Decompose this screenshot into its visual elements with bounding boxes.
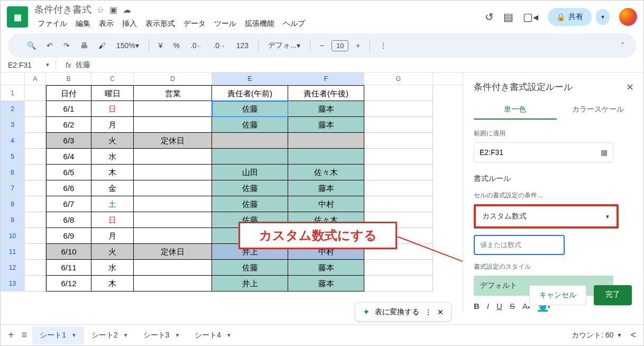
formula-input[interactable]: 佐藤 — [76, 60, 90, 70]
cell[interactable] — [134, 228, 212, 244]
menu-tools[interactable]: ツール — [211, 17, 240, 31]
row-header[interactable]: 2 — [1, 101, 25, 117]
doc-title[interactable]: 条件付き書式 — [34, 3, 91, 16]
cell[interactable]: 藤本 — [288, 101, 364, 117]
row-header[interactable]: 13 — [1, 276, 25, 292]
increase-decimal-button[interactable]: .0→ — [210, 39, 228, 52]
font-size-input[interactable]: 10 — [332, 40, 348, 51]
row-header[interactable]: 9 — [1, 212, 25, 228]
cell[interactable] — [134, 276, 212, 292]
decrease-decimal-button[interactable]: .0← — [187, 39, 206, 52]
col-header-E[interactable]: E — [212, 72, 288, 85]
cell[interactable]: 6/4 — [46, 149, 91, 165]
header-cell[interactable]: 曜日 — [91, 85, 134, 101]
cell[interactable]: 月 — [91, 117, 134, 133]
row-header[interactable]: 4 — [1, 133, 25, 149]
cancel-button[interactable]: キャンセル — [529, 285, 586, 305]
row-header[interactable]: 11 — [1, 244, 25, 260]
zoom-select[interactable]: 150% ▾ — [113, 39, 142, 52]
avatar[interactable] — [619, 8, 637, 26]
menu-extensions[interactable]: 拡張機能 — [242, 17, 278, 31]
cell[interactable]: 佐々木 — [288, 165, 364, 180]
row-header[interactable]: 6 — [1, 165, 25, 180]
share-dropdown[interactable]: ▾ — [596, 9, 610, 25]
cell[interactable]: 木 — [91, 276, 134, 292]
cell[interactable]: 6/2 — [46, 117, 91, 133]
range-field[interactable] — [480, 148, 601, 157]
cell[interactable]: 6/10 — [46, 244, 91, 260]
redo-icon[interactable]: ↷ — [60, 39, 73, 52]
row-header[interactable]: 12 — [1, 260, 25, 276]
sheet-tab-2[interactable]: シート2▼ — [84, 326, 136, 344]
col-header-B[interactable]: B — [46, 72, 91, 85]
cell[interactable] — [288, 149, 364, 165]
menu-data[interactable]: データ — [180, 17, 209, 31]
cell[interactable]: 井上 — [212, 276, 288, 292]
custom-formula-input[interactable]: 値または数式 — [474, 235, 565, 255]
bold-button[interactable]: B — [474, 302, 480, 311]
close-icon[interactable]: ✕ — [626, 81, 634, 93]
cell[interactable]: 佐藤 — [212, 180, 288, 196]
cell[interactable]: 藤本 — [288, 117, 364, 133]
header-cell[interactable]: 営業 — [134, 85, 212, 101]
menu-file[interactable]: ファイル — [34, 17, 70, 31]
col-header-G[interactable]: G — [364, 72, 433, 85]
move-icon[interactable]: ▣ — [109, 5, 117, 15]
cell[interactable]: 藤本 — [288, 180, 364, 196]
cell[interactable]: 6/7 — [46, 196, 91, 212]
cell[interactable]: 佐藤 — [212, 260, 288, 276]
cell[interactable] — [212, 133, 288, 149]
convert-to-table-chip[interactable]: ✦ 表に変換する ⋮ ✕ — [355, 302, 452, 322]
cell[interactable]: 中村 — [288, 196, 364, 212]
cell[interactable]: 佐藤 — [212, 196, 288, 212]
meet-icon[interactable]: ▢◂ — [523, 11, 538, 23]
menu-view[interactable]: 表示 — [96, 17, 117, 31]
cell[interactable] — [134, 212, 212, 228]
undo-icon[interactable]: ↶ — [43, 39, 56, 52]
cell[interactable]: 定休日 — [134, 133, 212, 149]
cell[interactable]: 金 — [91, 180, 134, 196]
cell[interactable] — [134, 165, 212, 180]
cell[interactable]: 土 — [91, 196, 134, 212]
col-header-F[interactable]: F — [288, 72, 364, 85]
history-icon[interactable]: ↺ — [485, 11, 494, 23]
cell[interactable] — [134, 149, 212, 165]
cell[interactable]: 6/11 — [46, 260, 91, 276]
strike-button[interactable]: S — [510, 302, 515, 311]
cell[interactable]: 藤本 — [288, 260, 364, 276]
share-button[interactable]: 🔒 共有 — [548, 8, 592, 26]
select-all-corner[interactable] — [1, 72, 25, 85]
cell[interactable]: 藤本 — [288, 276, 364, 292]
paint-format-icon[interactable]: 🖌 — [95, 39, 109, 52]
namebox-dropdown-icon[interactable]: ▼ — [45, 62, 50, 68]
explore-icon[interactable]: < — [630, 330, 636, 341]
cell[interactable]: 火 — [91, 244, 134, 260]
cell[interactable]: 6/8 — [46, 212, 91, 228]
tab-color-scale[interactable]: カラースケール — [557, 101, 640, 120]
add-sheet-button[interactable]: + — [8, 329, 14, 341]
cell[interactable] — [134, 101, 212, 117]
print-icon[interactable]: 🖶 — [77, 39, 91, 52]
cell[interactable] — [288, 133, 364, 149]
header-cell[interactable]: 責任者(午前) — [212, 85, 288, 101]
cell[interactable]: 木 — [91, 165, 134, 180]
cell[interactable] — [134, 260, 212, 276]
dismiss-icon[interactable]: ✕ — [437, 308, 444, 316]
selection-count[interactable]: カウント: 60 — [572, 331, 613, 340]
font-size-plus[interactable]: + — [353, 39, 363, 52]
tab-single-color[interactable]: 単一色 — [474, 101, 557, 120]
row-header[interactable]: 7 — [1, 180, 25, 196]
name-box[interactable]: E2:F31 — [8, 61, 45, 69]
done-button[interactable]: 完了 — [594, 285, 632, 305]
font-size-minus[interactable]: − — [317, 39, 327, 52]
range-input[interactable]: ▦ — [474, 142, 613, 162]
row-header[interactable]: 10 — [1, 228, 25, 244]
col-header-C[interactable]: C — [91, 72, 134, 85]
menu-edit[interactable]: 編集 — [72, 17, 94, 31]
cell[interactable]: 日 — [91, 101, 134, 117]
cell[interactable]: 日 — [91, 212, 134, 228]
spreadsheet-grid[interactable]: A B C D E F G 1日付曜日営業責任者(午前)責任者(午後)26/1日… — [1, 72, 463, 312]
condition-dropdown[interactable]: カスタム数式 ▼ — [474, 204, 619, 229]
cell[interactable]: 6/6 — [46, 180, 91, 196]
percent-button[interactable]: % — [170, 39, 183, 52]
